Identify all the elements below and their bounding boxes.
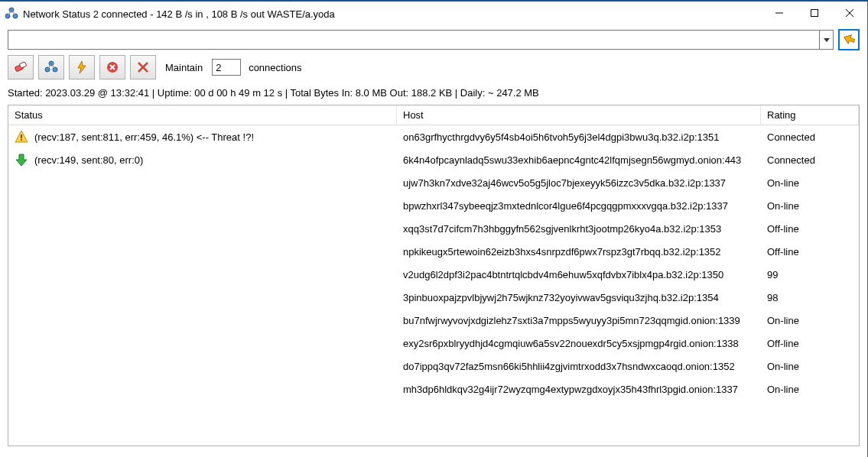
rating-cell: Off-line [761, 335, 859, 352]
status-text: (recv:149, sent:80, err:0) [34, 154, 143, 166]
status-cell [8, 379, 397, 399]
rating-cell: Off-line [761, 220, 859, 238]
maximize-button[interactable] [797, 2, 832, 24]
header-host[interactable]: Host [397, 105, 761, 125]
host-cell: bpwzhxrl347sybeeqjz3mxtednlcor4lgue6f4pc… [397, 197, 761, 215]
status-cell [8, 241, 397, 261]
svg-rect-23 [21, 135, 22, 138]
table-row[interactable]: exy2sr6pxblryydhjd4cgmqiuw6a5sv22nouexdr… [8, 332, 859, 355]
host-cell: 3pinbuoxpajzpvlbjywj2h75wjknz732yoyivwav… [397, 289, 761, 306]
empty-icon [15, 290, 28, 304]
rating-cell: Connected [761, 151, 859, 169]
list-body[interactable]: (recv:187, sent:811, err:459, 46.1%) <--… [8, 125, 859, 446]
table-row[interactable]: do7ippq3qv72faz5msn66ki5hhlii4zgjvimtrxo… [8, 355, 859, 378]
table-row[interactable]: (recv:149, sent:80, err:0)6k4n4ofpcaynla… [8, 148, 859, 171]
rating-cell: On-line [761, 312, 859, 329]
close-button[interactable] [832, 2, 867, 24]
lightning-icon [75, 60, 89, 74]
host-cell: exy2sr6pxblryydhjd4cgmqiuw6a5sv22nouexdr… [397, 335, 761, 352]
host-cell: mh3dp6hldkqv32g4ijr72wyzqmg4extypwzgdxoy… [397, 381, 761, 398]
window-controls [762, 2, 867, 26]
svg-marker-9 [824, 38, 830, 42]
empty-icon [15, 336, 28, 350]
maintain-input[interactable] [212, 59, 241, 76]
info-line: Started: 2023.03.29 @ 13:32:41 | Uptime:… [0, 84, 867, 105]
host-cell: bu7nfwjrwyvovjxdgizlehz7sxti3a7mpps5wyuy… [397, 312, 761, 329]
status-text: (recv:187, sent:811, err:459, 46.1%) <--… [34, 131, 254, 143]
status-cell [8, 264, 397, 284]
address-bar-row [0, 26, 867, 53]
table-row[interactable]: bu7nfwjrwyvovjxdgizlehz7sxti3a7mpps5wyuy… [8, 309, 859, 332]
connection-list: Status Host Rating (recv:187, sent:811, … [8, 105, 860, 446]
maintain-label: Maintain [165, 62, 203, 73]
empty-icon [15, 313, 28, 327]
rating-cell: On-line [761, 197, 859, 215]
toolbar: Maintain connections [0, 53, 867, 84]
cancel-button[interactable] [130, 55, 156, 79]
table-row[interactable]: ujw7h3kn7xdve32aj46wcv5o5g5jloc7bjexeyyk… [8, 171, 859, 194]
cancel-icon [136, 60, 150, 74]
svg-rect-24 [21, 139, 22, 141]
status-cell [8, 310, 397, 330]
network-icon [44, 60, 58, 74]
table-row[interactable]: v2udg6l2dpf3i2pac4btntrtqlcbdv4m6ehuw5xq… [8, 263, 859, 286]
table-row[interactable]: 3pinbuoxpajzpvlbjywj2h75wjknz732yoyivwav… [8, 286, 859, 309]
empty-icon [15, 382, 28, 396]
rating-cell: Connected [761, 128, 859, 146]
rating-cell: On-line [761, 174, 859, 192]
table-row[interactable]: (recv:187, sent:811, err:459, 46.1%) <--… [8, 125, 859, 148]
table-row[interactable]: bpwzhxrl347sybeeqjz3mxtednlcor4lgue6f4pc… [8, 194, 859, 217]
network-button[interactable] [38, 55, 64, 79]
table-row[interactable]: npkikeugx5rtewoin62eizb3hxs4snrpzdf6pwx7… [8, 240, 859, 263]
delete-button[interactable] [99, 55, 125, 79]
header-status[interactable]: Status [8, 105, 397, 125]
down-icon [15, 153, 28, 167]
host-cell: ujw7h3kn7xdve32aj46wcv5o5g5jloc7bjexeyyk… [397, 174, 761, 192]
svg-rect-11 [19, 62, 27, 69]
empty-icon [15, 359, 28, 373]
host-cell: v2udg6l2dpf3i2pac4btntrtqlcbdv4m6ehuw5xq… [397, 266, 761, 284]
rating-cell: On-line [761, 381, 859, 398]
host-cell: 6k4n4ofpcaynladq5swu33exhib6aepnc4gntc42… [397, 151, 761, 169]
status-cell [8, 356, 397, 376]
status-cell [8, 173, 397, 193]
empty-icon [15, 176, 28, 190]
titlebar: Network Status 2 connected - 142 B /s in… [0, 2, 867, 26]
header-rating[interactable]: Rating [761, 105, 859, 125]
rating-cell: 98 [761, 289, 859, 306]
host-cell: do7ippq3qv72faz5msn66ki5hhlii4zgjvimtrxo… [397, 358, 761, 375]
table-row[interactable]: xqq3st7d7cifcm7h3hbggyfn562sgjvenlkrht3j… [8, 217, 859, 240]
empty-icon [15, 199, 28, 212]
rating-cell: Off-line [761, 243, 859, 261]
eraser-button[interactable] [8, 55, 34, 79]
empty-icon [15, 222, 28, 235]
status-cell [8, 219, 397, 238]
warning-icon [15, 130, 28, 144]
app-window: Network Status 2 connected - 142 B /s in… [0, 0, 868, 457]
connections-label: connections [249, 62, 301, 73]
reconnect-button[interactable] [69, 55, 95, 79]
host-cell: on63grfhycthrgdvy6y5f4sb4oi5h6tvoh5y6j3e… [397, 128, 761, 146]
minimize-button[interactable] [762, 2, 797, 24]
host-cell: npkikeugx5rtewoin62eizb3hxs4snrpzdf6pwx7… [397, 243, 761, 261]
list-header: Status Host Rating [8, 105, 859, 125]
status-cell [8, 333, 397, 353]
rating-cell: On-line [761, 358, 859, 375]
status-cell: (recv:149, sent:80, err:0) [8, 150, 397, 170]
empty-icon [15, 267, 28, 281]
empty-icon [15, 245, 28, 258]
app-icon [5, 7, 18, 21]
table-row[interactable]: mh3dp6hldkqv32g4ijr72wyzqmg4extypwzgdxoy… [8, 378, 859, 400]
window-title: Network Status 2 connected - 142 B /s in… [23, 8, 335, 20]
status-cell: (recv:187, sent:811, err:459, 46.1%) <--… [8, 127, 397, 147]
address-input[interactable] [8, 30, 820, 50]
address-dropdown-button[interactable] [820, 30, 834, 50]
delete-icon [106, 60, 119, 74]
svg-rect-6 [811, 10, 818, 17]
status-cell [8, 287, 397, 307]
rating-cell: 99 [761, 266, 859, 284]
host-cell: xqq3st7d7cifcm7h3hbggyfn562sgjvenlkrht3j… [397, 220, 761, 238]
connect-go-button[interactable] [838, 29, 860, 50]
status-cell [8, 196, 397, 216]
eraser-icon [13, 60, 28, 75]
